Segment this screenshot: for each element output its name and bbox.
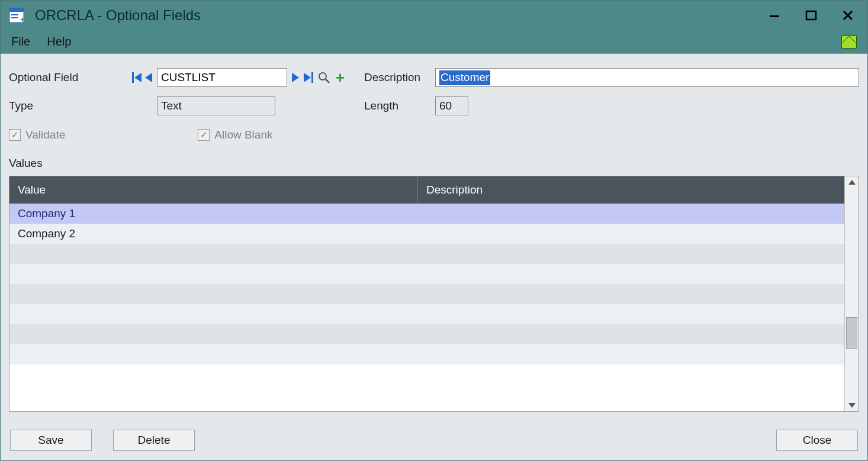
maximize-button[interactable] xyxy=(803,8,819,23)
delete-button[interactable]: Delete xyxy=(113,430,195,451)
app-icon: + xyxy=(9,8,24,23)
svg-rect-3 xyxy=(11,17,18,18)
svg-rect-2 xyxy=(11,14,18,15)
values-section-label: Values xyxy=(9,157,859,170)
menu-file[interactable]: File xyxy=(11,35,30,49)
grid-scrollbar[interactable] xyxy=(844,176,859,411)
mail-icon[interactable] xyxy=(841,36,857,49)
description-input[interactable] xyxy=(435,68,859,87)
nav-last-icon[interactable] xyxy=(304,72,313,83)
length-value: 60 xyxy=(435,96,468,115)
cell-description[interactable] xyxy=(418,204,844,224)
svg-rect-5 xyxy=(770,15,779,17)
nav-next-icon[interactable] xyxy=(292,73,299,82)
table-row[interactable]: Company 2 xyxy=(9,224,844,244)
column-description[interactable]: Description xyxy=(418,176,844,204)
cell-value[interactable]: Company 1 xyxy=(9,204,418,224)
allow-blank-label: Allow Blank xyxy=(214,128,272,141)
length-label: Length xyxy=(364,99,435,112)
table-row[interactable] xyxy=(9,304,844,324)
menubar: File Help xyxy=(1,30,867,54)
column-value[interactable]: Value xyxy=(9,176,418,204)
form-area: Optional Field + xyxy=(1,54,867,460)
scroll-down-icon[interactable] xyxy=(848,403,856,408)
validate-checkbox[interactable] xyxy=(9,129,21,141)
grid-rows: Company 1 Company 2 xyxy=(9,204,844,365)
svg-text:+: + xyxy=(20,15,24,23)
finder-icon[interactable] xyxy=(318,72,330,83)
scroll-up-icon[interactable] xyxy=(848,180,856,185)
save-button[interactable]: Save xyxy=(10,430,92,451)
close-form-button[interactable]: Close xyxy=(776,430,858,451)
table-row[interactable] xyxy=(9,244,844,264)
table-row[interactable] xyxy=(9,284,844,304)
values-grid: Value Description Company 1 Company 2 xyxy=(9,176,859,412)
window-title: ORCRLA - Optional Fields xyxy=(35,7,767,24)
type-label: Type xyxy=(9,99,115,112)
validate-label: Validate xyxy=(25,128,65,141)
nav-first-icon[interactable] xyxy=(132,72,142,83)
cell-value[interactable]: Company 2 xyxy=(9,224,418,244)
new-record-icon[interactable]: + xyxy=(335,70,346,85)
description-label: Description xyxy=(364,71,435,84)
window-root: + ORCRLA - Optional Fields File Help xyxy=(0,0,868,461)
table-row[interactable]: Company 1 xyxy=(9,204,844,224)
allow-blank-checkbox[interactable] xyxy=(198,129,210,141)
table-row[interactable] xyxy=(9,344,844,365)
nav-prev-icon[interactable] xyxy=(145,73,152,82)
close-button[interactable] xyxy=(840,8,856,23)
scroll-thumb[interactable] xyxy=(846,317,857,349)
minimize-button[interactable] xyxy=(767,8,782,23)
svg-rect-1 xyxy=(9,8,24,12)
optional-field-input[interactable] xyxy=(157,68,287,87)
titlebar: + ORCRLA - Optional Fields xyxy=(1,1,867,30)
table-row[interactable] xyxy=(9,324,844,344)
menu-help[interactable]: Help xyxy=(47,35,71,49)
svg-line-10 xyxy=(326,79,329,83)
svg-rect-6 xyxy=(806,11,816,20)
svg-point-9 xyxy=(319,73,326,80)
type-value: Text xyxy=(157,96,275,115)
optional-field-label: Optional Field xyxy=(9,71,115,84)
table-row[interactable] xyxy=(9,264,844,284)
cell-description[interactable] xyxy=(418,224,844,244)
